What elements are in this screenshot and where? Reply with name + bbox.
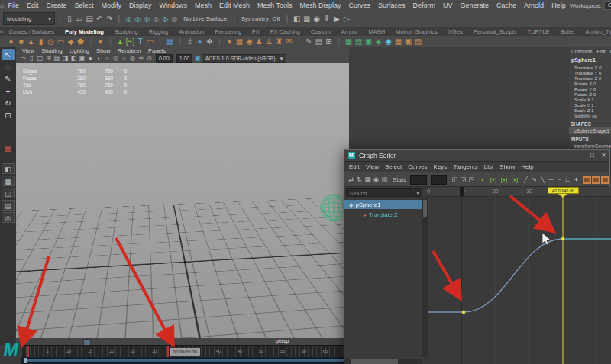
channel-attribute-row[interactable]: Translate Y 0: [569, 71, 611, 76]
file-button-icon[interactable]: ▤: [85, 14, 95, 23]
render-button-icon[interactable]: ▷: [341, 14, 351, 23]
outliner-node-row[interactable]: ◈ pSphere1: [344, 200, 423, 209]
stats-time-field[interactable]: [410, 175, 426, 185]
panel-menu-item[interactable]: Lighting: [70, 47, 89, 54]
tool-icon[interactable]: ↖: [2, 49, 15, 60]
viewport-toggle-icon[interactable]: ▣: [78, 55, 86, 62]
shelf-tool-icon[interactable]: ◎: [46, 37, 56, 47]
render-button-icon[interactable]: ▶: [331, 14, 341, 23]
ge-toolbar-icon[interactable]: ◉: [372, 176, 380, 183]
shelf-tool-icon[interactable]: ♟: [254, 37, 264, 47]
ge-toolbar-icon[interactable]: ⇄: [347, 176, 355, 183]
render-button-icon[interactable]: ‖: [322, 14, 331, 23]
ge-frame-icon[interactable]: ◲: [459, 176, 467, 183]
shelf-tool-icon[interactable]: ⊞: [324, 37, 334, 47]
minimize-button[interactable]: —: [575, 152, 587, 159]
tool-icon[interactable]: ⊡: [2, 110, 15, 121]
ge-tangent-bracket-icon[interactable]: [▾]: [499, 176, 509, 183]
graph-editor-menu-item[interactable]: Show: [499, 163, 515, 170]
channel-attribute-row[interactable]: Scale X 1: [569, 98, 611, 103]
shelf-tool-icon[interactable]: ▮: [36, 37, 46, 47]
ge-toolbar-icon[interactable]: ▥: [380, 176, 389, 183]
search-filter-dropdown[interactable]: ▾: [413, 188, 422, 197]
viewport-toggle-icon[interactable]: ⊞: [44, 55, 53, 62]
snap-icon[interactable]: ◎: [124, 15, 133, 23]
shelf-tab[interactable]: TURTLE: [522, 28, 555, 35]
gamma-field[interactable]: 1.00: [176, 54, 193, 63]
shelf-tool-icon[interactable]: ♜: [274, 37, 284, 47]
layout-button[interactable]: ◫: [2, 188, 15, 198]
ge-toolbar-icon[interactable]: ⇅: [355, 176, 364, 183]
viewport-toggle-icon[interactable]: ▯: [27, 55, 36, 62]
ge-tangent-type-icon[interactable]: ∿: [530, 176, 538, 183]
viewport-toggle-icon[interactable]: ●: [86, 55, 95, 62]
live-surface-label[interactable]: No Live Surface: [181, 15, 229, 22]
menu-item[interactable]: Cache: [493, 2, 520, 9]
panel-menu-item[interactable]: View: [22, 47, 34, 54]
shelf-tab[interactable]: XGen: [443, 28, 468, 35]
outliner-horizontal-scrollbar[interactable]: ◂ ▸: [344, 359, 422, 364]
viewport-toggle-icon[interactable]: ▭: [19, 55, 27, 62]
menu-item[interactable]: Mesh Tools: [254, 2, 296, 9]
menu-item[interactable]: Arnold: [520, 2, 548, 9]
snap-icon[interactable]: ◎: [170, 15, 179, 23]
graph-editor-menu-item[interactable]: View: [366, 163, 379, 170]
shelf-tool-icon[interactable]: ⬟: [76, 37, 86, 47]
viewport-toggle-icon[interactable]: ◐: [95, 55, 103, 62]
shelf-tab[interactable]: Rigging: [144, 28, 173, 35]
shelf-tab[interactable]: Curves / Surfaces: [3, 28, 60, 35]
ge-tangent-bracket-icon[interactable]: ▾: [477, 176, 488, 183]
shelf-tool-icon[interactable]: ●: [6, 37, 16, 47]
shelf-tool-icon[interactable]: ▤: [314, 37, 324, 47]
shelf-tab[interactable]: Rendering: [210, 28, 247, 35]
layout-button[interactable]: ◎: [2, 212, 15, 223]
panel-menu-item[interactable]: Shading: [41, 47, 63, 54]
channel-attribute-row[interactable]: Rotate X 0: [569, 82, 611, 87]
snap-icon[interactable]: ◎: [151, 15, 160, 23]
shelf-tab[interactable]: FX: [247, 28, 265, 35]
ge-tangent-type-icon[interactable]: ─: [547, 176, 555, 183]
shelf-tool-icon[interactable]: [≡]: [125, 37, 135, 47]
channel-box-menu-item[interactable]: Channels: [571, 49, 592, 54]
close-button[interactable]: ✕: [598, 152, 609, 159]
color-management-icon[interactable]: ▣: [195, 55, 201, 62]
shelf-tool-icon[interactable]: ▦: [344, 37, 354, 47]
shelf-tool-icon[interactable]: ◉: [244, 37, 254, 47]
shelf-tool-icon[interactable]: ♙: [264, 37, 274, 47]
shelf-tab[interactable]: Motion Graphics: [390, 28, 443, 35]
shelf-tool-icon[interactable]: ▦: [393, 37, 403, 47]
tool-icon[interactable]: +: [2, 85, 15, 97]
file-button-icon[interactable]: ↷: [105, 14, 115, 23]
render-button-icon[interactable]: ◧: [292, 14, 302, 23]
viewport-toggle-icon[interactable]: ☼: [120, 55, 128, 62]
shelf-tool-icon[interactable]: ◆: [66, 37, 76, 47]
viewport-toggle-icon[interactable]: ▤: [53, 55, 61, 62]
channel-attribute-row[interactable]: Scale Y 1: [569, 103, 611, 108]
ge-tangent-type-icon[interactable]: ╲: [538, 176, 547, 183]
tool-icon[interactable]: ✎: [2, 73, 15, 85]
channel-box-node-name[interactable]: pSphere1: [569, 56, 611, 66]
shelf-tool-icon[interactable]: ▣: [403, 37, 413, 47]
menu-item[interactable]: Windows: [156, 2, 192, 9]
timeline-playhead[interactable]: [167, 346, 169, 358]
menu-item[interactable]: Display: [125, 2, 156, 9]
viewport-toggle-icon[interactable]: ◍: [128, 55, 137, 62]
ge-tangent-type-icon[interactable]: ╱: [522, 176, 530, 183]
viewport-toggle-icon[interactable]: ◎: [112, 55, 120, 62]
shelf-tab[interactable]: Custom: [306, 28, 336, 35]
stats-value-field[interactable]: [431, 175, 447, 185]
workspace-selector[interactable]: General*: [604, 1, 611, 10]
exposure-field[interactable]: 0.00: [156, 54, 173, 63]
perspective-viewport[interactable]: ViewShadingLightingShowRendererPanels ▭▯…: [16, 47, 349, 345]
menu-item[interactable]: Select: [70, 2, 97, 9]
graph-editor-menu-item[interactable]: Keys: [434, 163, 448, 170]
viewport-toggle-icon[interactable]: ○: [103, 55, 112, 62]
shelf-tool-icon[interactable]: |: [155, 37, 165, 47]
menu-item[interactable]: Generate: [457, 2, 493, 9]
viewport-toggle-icon[interactable]: ✛: [137, 55, 145, 62]
graph-editor-curve-area[interactable]: 0102030 40.00/40.00: [428, 187, 611, 364]
graph-editor-menu-item[interactable]: List: [484, 163, 493, 170]
channel-attribute-row[interactable]: Rotate Y 0: [569, 87, 611, 92]
ge-frame-icon[interactable]: ◳: [467, 176, 476, 183]
current-frame-flag[interactable]: 40.00/40.00: [548, 187, 579, 196]
